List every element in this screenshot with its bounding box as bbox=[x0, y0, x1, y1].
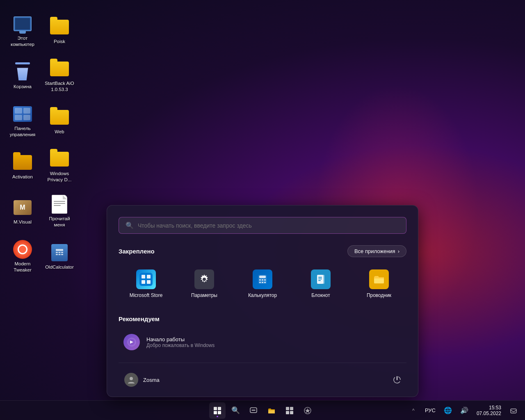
recommended-item-get-started[interactable]: Начало работы Добро пожаловать в Windows bbox=[119, 330, 406, 354]
start-search-bar[interactable]: 🔍 bbox=[119, 217, 406, 234]
svg-rect-0 bbox=[56, 249, 63, 251]
volume-icon: 🔊 bbox=[460, 406, 468, 414]
desktop-icon-poisk[interactable]: Poisk bbox=[41, 8, 78, 53]
svg-point-30 bbox=[130, 377, 133, 380]
recommended-section: Рекомендуем Начало работы Добро пожалова… bbox=[119, 315, 406, 354]
taskbar-globe-button[interactable]: 🌐 bbox=[441, 404, 454, 417]
recommended-title: Рекомендуем bbox=[119, 315, 406, 322]
desktop-icon-label: Прочитай меня bbox=[49, 216, 70, 228]
svg-rect-9 bbox=[147, 275, 151, 278]
tweaker-icon bbox=[13, 240, 32, 259]
desktop-icons-grid: Этот компьютер Poisk Корзина StartBack A… bbox=[4, 8, 78, 279]
svg-point-34 bbox=[252, 409, 253, 411]
taskbar-language-indicator[interactable]: РУС bbox=[422, 406, 438, 415]
pinned-title: Закреплено bbox=[119, 248, 155, 255]
taskbar-right: ^ РУС 🌐 🔊 15:53 07.05.2022 bbox=[408, 403, 520, 418]
svg-rect-25 bbox=[318, 280, 321, 281]
taskbar-store-button[interactable] bbox=[281, 402, 298, 419]
svg-rect-19 bbox=[259, 282, 261, 283]
start-search-input[interactable] bbox=[138, 222, 399, 229]
svg-rect-16 bbox=[259, 279, 261, 281]
desktop-icon-this-pc[interactable]: Этот компьютер bbox=[4, 8, 41, 53]
notification-icon bbox=[510, 407, 517, 414]
taskbar-explorer-button[interactable] bbox=[263, 402, 280, 419]
desktop-icon-windows-privacy[interactable]: Windows Privacy D... bbox=[41, 144, 78, 189]
app-label: Microsoft Store bbox=[130, 292, 163, 298]
svg-rect-42 bbox=[511, 409, 516, 413]
folder-icon bbox=[50, 152, 69, 167]
desktop-icon-oldcalculator[interactable]: OldCalculator bbox=[41, 234, 78, 279]
search-icon: 🔍 bbox=[231, 406, 240, 415]
desktop-icon-recycle[interactable]: Корзина bbox=[4, 53, 41, 98]
pinned-app-notepad[interactable]: Блокнот bbox=[293, 265, 348, 303]
taskbar-volume-button[interactable]: 🔊 bbox=[458, 404, 471, 417]
explorer-icon bbox=[369, 269, 389, 289]
svg-rect-40 bbox=[290, 411, 293, 414]
taskbar-app5-button[interactable] bbox=[299, 402, 316, 419]
recycle-body bbox=[16, 66, 29, 80]
recommended-list: Начало работы Добро пожаловать в Windows bbox=[119, 330, 406, 354]
date-text: 07.05.2022 bbox=[477, 411, 501, 416]
globe-icon: 🌐 bbox=[444, 406, 452, 414]
chevron-up-icon: ^ bbox=[412, 408, 415, 413]
user-avatar bbox=[124, 373, 138, 387]
svg-rect-23 bbox=[318, 277, 322, 278]
settings-icon bbox=[194, 269, 214, 289]
svg-rect-3 bbox=[61, 252, 63, 253]
all-apps-button[interactable]: Все приложения › bbox=[347, 245, 406, 257]
svg-rect-4 bbox=[56, 254, 58, 255]
folder-icon bbox=[50, 110, 69, 125]
svg-rect-6 bbox=[61, 254, 63, 255]
desktop-icon-mvisual[interactable]: M M.Visual bbox=[4, 189, 41, 234]
app-label: Проводник bbox=[367, 292, 391, 298]
desktop-icon-prochitay[interactable]: Прочитай меня bbox=[41, 189, 78, 234]
svg-rect-37 bbox=[286, 407, 289, 410]
rec-item-title: Начало работы bbox=[146, 336, 215, 342]
svg-rect-11 bbox=[147, 280, 151, 284]
taskbar-center: 🔍 bbox=[209, 402, 316, 419]
svg-rect-39 bbox=[286, 411, 289, 414]
rec-item-subtitle: Добро пожаловать в Windows bbox=[146, 342, 215, 348]
desktop-icon-web[interactable]: Web bbox=[41, 98, 78, 144]
msstore-icon bbox=[136, 269, 156, 289]
svg-rect-2 bbox=[59, 252, 61, 253]
app-label: Параметры bbox=[191, 292, 217, 298]
notepad-icon bbox=[311, 269, 331, 289]
calc-icon bbox=[253, 269, 272, 289]
desktop-icon-label: Корзина bbox=[14, 84, 32, 90]
desktop-icon-control-panel[interactable]: Панель управления bbox=[4, 98, 41, 144]
folder-icon bbox=[50, 20, 69, 34]
pinned-app-explorer[interactable]: Проводник bbox=[352, 265, 406, 303]
desktop-icon-label: M.Visual bbox=[14, 219, 32, 225]
pinned-app-msstore[interactable]: Microsoft Store bbox=[119, 265, 173, 303]
start-user-profile[interactable]: Zosma bbox=[120, 370, 164, 389]
language-text: РУС bbox=[425, 407, 436, 413]
folder-icon bbox=[50, 62, 69, 76]
desktop-icon-label: StartBack AiO 1.0.53.3 bbox=[45, 80, 74, 93]
svg-rect-26 bbox=[322, 275, 324, 284]
pinned-app-calculator[interactable]: Калькулятор bbox=[235, 265, 290, 303]
desktop-icon-activation[interactable]: Activation bbox=[4, 144, 41, 189]
folder-brown-icon bbox=[13, 155, 32, 170]
app-label: Калькулятор bbox=[248, 292, 277, 298]
desktop-icon-label: Панель управления bbox=[10, 126, 36, 138]
desktop-icon-label: Web bbox=[55, 129, 64, 135]
svg-rect-18 bbox=[264, 279, 266, 281]
desktop-icon-modern-tweaker[interactable]: Modern Tweaker bbox=[4, 234, 41, 279]
document-icon bbox=[52, 195, 67, 214]
windows-start-button[interactable] bbox=[209, 402, 226, 419]
svg-rect-24 bbox=[318, 278, 322, 279]
power-button[interactable] bbox=[389, 372, 405, 388]
taskbar-search-button[interactable]: 🔍 bbox=[227, 402, 244, 419]
svg-rect-8 bbox=[142, 275, 145, 278]
pinned-app-settings[interactable]: Параметры bbox=[177, 265, 232, 303]
taskbar-chat-button[interactable] bbox=[245, 402, 262, 419]
rec-item-texts: Начало работы Добро пожаловать в Windows bbox=[146, 336, 215, 348]
taskbar-show-hidden-button[interactable]: ^ bbox=[408, 405, 419, 416]
start-menu: 🔍 Закреплено Все приложения › bbox=[107, 205, 418, 397]
svg-rect-1 bbox=[56, 252, 58, 253]
taskbar-notification-button[interactable] bbox=[507, 404, 520, 417]
taskbar-clock[interactable]: 15:53 07.05.2022 bbox=[474, 403, 504, 418]
desktop-icon-startback[interactable]: StartBack AiO 1.0.53.3 bbox=[41, 53, 78, 98]
get-started-icon bbox=[123, 334, 140, 350]
